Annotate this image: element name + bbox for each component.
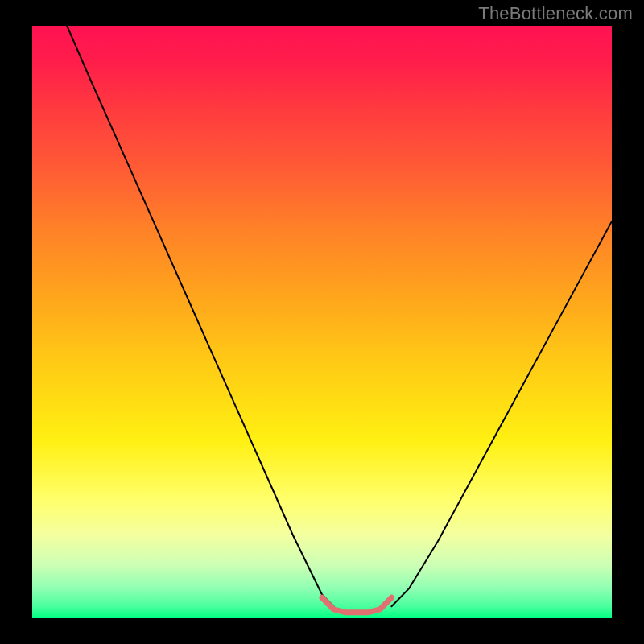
valley-floor-line [322,597,391,612]
watermark-text: TheBottleneck.com [478,3,633,24]
left-arm-line [67,26,333,606]
right-arm-line [391,221,612,606]
chart-svg [32,26,612,618]
chart-frame: TheBottleneck.com [0,0,644,644]
